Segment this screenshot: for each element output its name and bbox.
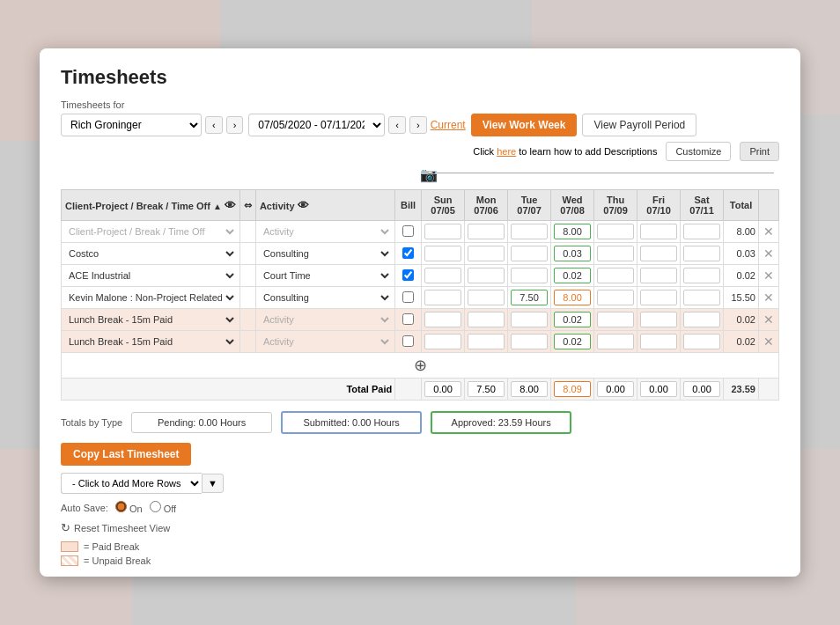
total-wed-input[interactable] — [554, 381, 591, 397]
fri-input[interactable] — [640, 312, 677, 327]
eye-activity-icon[interactable]: 👁 — [298, 199, 309, 212]
bill-checkbox[interactable] — [402, 291, 414, 303]
eye-project-icon[interactable]: 👁 — [225, 199, 236, 212]
copy-last-button[interactable]: Copy Last Timesheet — [61, 443, 191, 466]
mon-input[interactable] — [468, 268, 505, 283]
thu-input[interactable] — [597, 334, 634, 349]
sat-input[interactable] — [683, 224, 720, 239]
wed-input[interactable] — [554, 290, 591, 305]
reset-row[interactable]: ↻ Reset Timesheet View — [61, 521, 779, 534]
delete-row-button[interactable]: ✕ — [762, 224, 776, 239]
sat-input[interactable] — [683, 268, 720, 283]
fri-input[interactable] — [640, 268, 677, 283]
fri-input[interactable] — [640, 290, 677, 305]
delete-row-button[interactable]: ✕ — [762, 312, 776, 327]
sat-input[interactable] — [683, 334, 720, 349]
employee-prev-btn[interactable]: ‹ — [205, 116, 223, 134]
view-payroll-button[interactable]: View Payroll Period — [582, 114, 696, 136]
delete-row-button[interactable]: ✕ — [762, 335, 776, 349]
sun-input[interactable] — [424, 312, 461, 327]
add-rows-arrow[interactable]: ▼ — [202, 474, 224, 493]
project-select[interactable]: Costco — [64, 246, 237, 261]
tue-input[interactable] — [511, 334, 548, 349]
project-select[interactable]: ACE Industrial — [64, 268, 237, 283]
activity-select[interactable]: Activity — [259, 335, 392, 349]
view-work-week-button[interactable]: View Work Week — [471, 114, 578, 136]
learn-here-link[interactable]: here — [497, 146, 516, 157]
auto-save-label: Auto Save: — [61, 503, 108, 513]
customize-button[interactable]: Customize — [666, 142, 731, 161]
delete-row-button[interactable]: ✕ — [762, 246, 776, 261]
total-sun-input[interactable] — [424, 381, 461, 397]
sort-project-icon[interactable]: ▲ — [213, 202, 222, 211]
activity-select[interactable]: Activity — [259, 224, 392, 239]
fri-input[interactable] — [640, 224, 677, 239]
sat-input[interactable] — [683, 290, 720, 305]
delete-row-button[interactable]: ✕ — [762, 268, 776, 283]
employee-select[interactable]: Rich Groninger — [61, 114, 202, 136]
total-tue-input[interactable] — [511, 381, 548, 397]
mon-input[interactable] — [468, 334, 505, 349]
mon-input[interactable] — [468, 246, 505, 261]
thu-input[interactable] — [597, 224, 634, 239]
fri-input[interactable] — [640, 246, 677, 261]
add-row-button[interactable]: ⊕ — [414, 356, 427, 375]
wed-input[interactable] — [554, 224, 591, 239]
tue-input[interactable] — [511, 246, 548, 261]
sun-input[interactable] — [424, 268, 461, 283]
auto-save-on-label[interactable]: On — [115, 501, 143, 514]
bill-checkbox[interactable] — [402, 247, 414, 259]
date-prev-btn[interactable]: ‹ — [388, 116, 406, 134]
fri-input[interactable] — [640, 334, 677, 349]
tue-input[interactable] — [511, 268, 548, 283]
activity-select[interactable]: Consulting — [259, 290, 392, 305]
activity-select[interactable]: Consulting — [259, 246, 392, 261]
sun-input[interactable] — [424, 224, 461, 239]
project-select[interactable]: Client-Project / Break / Time Off — [64, 224, 237, 239]
bill-checkbox[interactable] — [402, 225, 414, 237]
employee-next-btn[interactable]: › — [226, 116, 244, 134]
delete-row-button[interactable]: ✕ — [762, 290, 776, 305]
date-range-select[interactable]: 07/05/2020 - 07/11/2020 — [248, 114, 385, 136]
mon-input[interactable] — [468, 312, 505, 327]
current-link[interactable]: Current — [431, 119, 466, 131]
tue-cell — [508, 221, 551, 243]
tue-input[interactable] — [511, 290, 548, 305]
project-select[interactable]: Kevin Malone : Non-Project Related — [64, 290, 237, 305]
add-rows-select[interactable]: - Click to Add More Rows - — [61, 473, 202, 494]
thu-input[interactable] — [597, 246, 634, 261]
total-thu-input[interactable] — [597, 381, 634, 397]
total-fri-input[interactable] — [640, 381, 677, 397]
wed-input[interactable] — [554, 268, 591, 283]
activity-select[interactable]: Court Time — [259, 268, 392, 283]
sun-input[interactable] — [424, 334, 461, 349]
auto-save-off-label[interactable]: Off — [150, 501, 177, 514]
sat-input[interactable] — [683, 246, 720, 261]
wed-input[interactable] — [554, 246, 591, 261]
tue-input[interactable] — [511, 224, 548, 239]
auto-save-on-radio[interactable] — [115, 501, 127, 512]
mon-input[interactable] — [468, 290, 505, 305]
total-mon-input[interactable] — [468, 381, 505, 397]
bill-checkbox[interactable] — [402, 335, 414, 347]
bill-checkbox[interactable] — [402, 269, 414, 281]
sun-input[interactable] — [424, 246, 461, 261]
wed-input[interactable] — [554, 312, 591, 327]
total-sat-input[interactable] — [683, 381, 720, 397]
activity-select[interactable]: Activity — [259, 312, 392, 327]
sun-input[interactable] — [424, 290, 461, 305]
bill-checkbox[interactable] — [402, 313, 414, 325]
thu-input[interactable] — [597, 312, 634, 327]
date-next-btn[interactable]: › — [409, 116, 427, 134]
print-button[interactable]: Print — [740, 142, 779, 161]
auto-save-off-radio[interactable] — [150, 501, 161, 512]
sun-cell — [422, 265, 465, 287]
project-select[interactable]: Lunch Break - 15m Paid — [64, 335, 237, 349]
wed-input[interactable] — [554, 334, 591, 349]
sat-input[interactable] — [683, 312, 720, 327]
mon-input[interactable] — [468, 224, 505, 239]
tue-input[interactable] — [511, 312, 548, 327]
project-select[interactable]: Lunch Break - 15m Paid — [64, 312, 237, 327]
thu-input[interactable] — [597, 290, 634, 305]
thu-input[interactable] — [597, 268, 634, 283]
